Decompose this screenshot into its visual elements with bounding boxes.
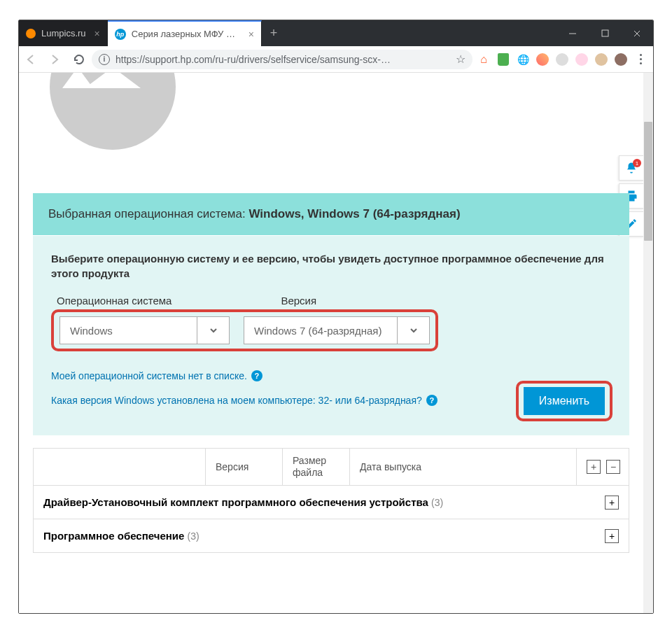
category-row-drivers[interactable]: Драйвер-Установочный комплект программно… <box>33 486 629 519</box>
reload-button[interactable] <box>68 49 89 70</box>
th-date: Дата выпуска <box>350 449 577 485</box>
new-tab-button[interactable]: + <box>262 20 286 46</box>
site-info-icon[interactable]: i <box>99 54 110 65</box>
which-version-link[interactable]: Какая версия Windows установлена на моем… <box>51 395 438 406</box>
favicon-hp: hp <box>115 29 126 40</box>
back-button[interactable] <box>20 49 41 70</box>
extension-icon[interactable] <box>534 51 551 68</box>
change-button[interactable]: Изменить <box>524 387 605 415</box>
minimize-button[interactable] <box>556 20 589 46</box>
notifications-button[interactable]: 1 <box>619 155 643 181</box>
tab-lumpics[interactable]: Lumpics.ru × <box>19 20 108 46</box>
product-image-placeholder <box>50 73 176 150</box>
no-os-link[interactable]: Моей операционной системы нет в списке. … <box>51 370 262 381</box>
url-bar[interactable]: i https://support.hp.com/ru-ru/drivers/s… <box>92 50 472 69</box>
titlebar: Lumpics.ru × hp Серия лазерных МФУ Samsu… <box>19 20 653 46</box>
help-icon: ? <box>251 370 262 381</box>
version-select[interactable]: Windows 7 (64-разрядная) <box>244 316 430 344</box>
highlight-selects: Windows Windows 7 (64-разрядная) <box>51 309 438 351</box>
help-icon: ? <box>426 395 438 406</box>
maximize-button[interactable] <box>589 20 621 46</box>
os-select-value: Windows <box>60 325 197 337</box>
collapse-all-button[interactable]: − <box>606 460 620 474</box>
extension-icon[interactable]: 🌐 <box>514 51 531 68</box>
category-row-software[interactable]: Программное обеспечение (3) + <box>33 519 629 553</box>
scrollbar[interactable] <box>643 73 653 613</box>
th-empty <box>34 449 206 485</box>
profile-avatar[interactable] <box>612 51 629 68</box>
scroll-thumb[interactable] <box>644 122 652 241</box>
extension-icon[interactable] <box>495 51 512 68</box>
page-content: 1 Выбранная операционная система: Window… <box>19 73 643 613</box>
tab-hp[interactable]: hp Серия лазерных МФУ Samsung × <box>108 20 262 46</box>
highlight-change-button: Изменить <box>516 381 612 421</box>
os-select[interactable]: Windows <box>59 316 230 344</box>
url-text: https://support.hp.com/ru-ru/drivers/sel… <box>115 54 450 65</box>
version-select-value: Windows 7 (64-разрядная) <box>244 325 397 337</box>
svg-rect-1 <box>602 30 608 36</box>
os-label: Операционная система <box>57 295 172 307</box>
menu-button[interactable] <box>632 51 649 68</box>
tab-title: Lumpics.ru <box>41 28 86 38</box>
chevron-down-icon <box>397 317 429 344</box>
expand-icon[interactable]: + <box>605 496 619 510</box>
tab-title: Серия лазерных МФУ Samsung <box>132 29 240 39</box>
address-bar: i https://support.hp.com/ru-ru/drivers/s… <box>19 46 653 73</box>
notification-badge: 1 <box>633 159 641 167</box>
table-header: Версия Размер файла Дата выпуска + − <box>33 448 629 486</box>
forward-button[interactable] <box>44 49 65 70</box>
close-icon[interactable]: × <box>248 29 254 39</box>
close-button[interactable] <box>621 20 653 46</box>
th-size: Размер файла <box>283 449 350 485</box>
th-controls: + − <box>577 449 629 485</box>
favicon-lumpics <box>26 29 36 38</box>
extension-icon[interactable] <box>554 51 570 68</box>
th-version: Версия <box>206 449 283 485</box>
extension-icon[interactable] <box>573 51 590 68</box>
extension-icon[interactable]: ⌂ <box>475 51 492 68</box>
os-selection-panel: Выберите операционную систему и ее верси… <box>33 236 629 435</box>
expand-icon[interactable]: + <box>605 529 619 543</box>
close-icon[interactable]: × <box>94 29 100 38</box>
expand-all-button[interactable]: + <box>587 460 601 474</box>
bookmark-icon[interactable]: ☆ <box>456 52 465 66</box>
selected-os-band: Выбранная операционная система: Windows,… <box>33 193 629 235</box>
selected-os-text: Выбранная операционная система: Windows,… <box>48 207 614 221</box>
instruction-text: Выберите операционную систему и ее верси… <box>51 251 611 281</box>
extension-icon[interactable] <box>593 51 610 68</box>
browser-window: Lumpics.ru × hp Серия лазерных МФУ Samsu… <box>18 20 654 614</box>
version-label: Версия <box>281 295 316 307</box>
chevron-down-icon <box>197 317 229 344</box>
window-controls <box>556 20 653 46</box>
